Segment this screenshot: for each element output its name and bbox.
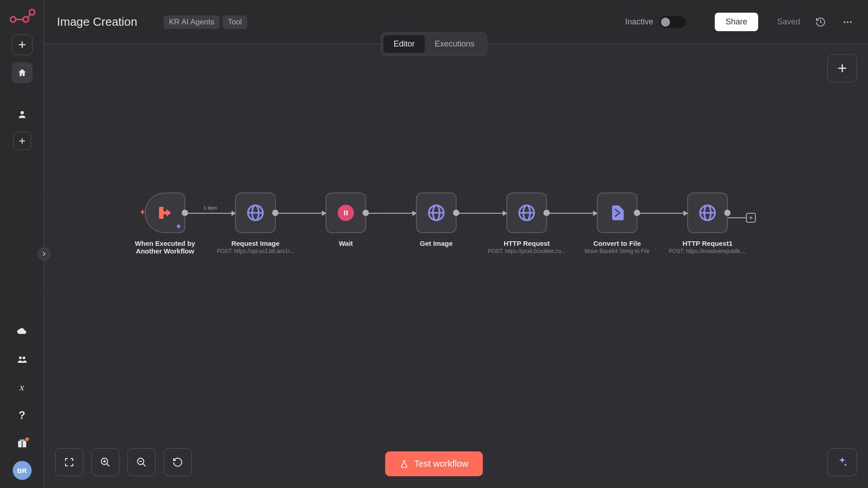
node-label: HTTP Request: [486, 239, 567, 247]
svg-point-0: [10, 17, 16, 22]
workflow-title[interactable]: Image Creation: [57, 15, 137, 29]
sidebar-add-button[interactable]: [12, 34, 33, 55]
connector[interactable]: [457, 213, 506, 214]
connector[interactable]: [185, 213, 235, 214]
saved-label: Saved: [777, 17, 800, 27]
node-wait[interactable]: Wait: [301, 192, 391, 247]
svg-line-41: [143, 464, 146, 466]
node-label: HTTP Request1: [667, 239, 748, 247]
node-http-request[interactable]: HTTP Request POST: https://prod.0codekit…: [481, 192, 572, 254]
lightning-icon: [139, 207, 146, 218]
flow-tail: [728, 213, 756, 223]
test-workflow-button[interactable]: Test workflow: [385, 451, 483, 476]
file-import-icon: [607, 203, 627, 223]
exit-arrow-icon: [156, 204, 174, 222]
output-port[interactable]: [272, 210, 278, 216]
tab-editor[interactable]: Editor: [383, 35, 425, 53]
sparkle-icon: [836, 456, 849, 469]
node-http-request1[interactable]: HTTP Request1 POST: https://kreativerepu…: [662, 192, 753, 254]
test-workflow-label: Test workflow: [414, 459, 468, 469]
globe-icon: [426, 203, 446, 223]
svg-line-37: [107, 464, 109, 466]
zoom-out-button[interactable]: [127, 448, 156, 476]
sidebar-help-button[interactable]: ?: [12, 405, 33, 426]
output-port[interactable]: [363, 210, 369, 216]
node-sub: POST: https://kreativerepublik....: [667, 248, 748, 254]
svg-point-15: [844, 21, 845, 23]
output-port[interactable]: [453, 210, 459, 216]
pause-icon: [338, 205, 354, 221]
share-button[interactable]: Share: [715, 13, 758, 31]
svg-line-4: [28, 14, 30, 18]
svg-point-16: [847, 21, 849, 23]
more-icon[interactable]: [840, 17, 855, 28]
zoom-controls: [55, 448, 192, 476]
node-label: Get Image: [396, 239, 477, 247]
app-logo[interactable]: [9, 7, 36, 25]
sidebar-home-button[interactable]: [12, 62, 33, 83]
pin-icon: [175, 223, 182, 230]
node-label: Convert to File: [576, 239, 658, 247]
reset-view-button[interactable]: [164, 448, 192, 476]
node-label: When Executed by Another Workflow: [124, 239, 206, 255]
globe-icon: [698, 203, 717, 223]
sidebar-gift-button[interactable]: [12, 433, 33, 454]
zoom-in-button[interactable]: [91, 448, 119, 476]
view-tabs: Editor Executions: [381, 33, 487, 56]
connector[interactable]: [366, 213, 416, 214]
sidebar: x ? BR: [0, 0, 44, 488]
output-port[interactable]: [182, 210, 188, 216]
svg-rect-23: [344, 211, 345, 216]
output-port[interactable]: [634, 210, 640, 216]
sidebar-users-button[interactable]: [12, 349, 33, 370]
svg-point-1: [23, 17, 28, 22]
history-icon[interactable]: [813, 17, 828, 28]
svg-point-7: [20, 111, 24, 114]
svg-point-10: [19, 357, 22, 359]
svg-point-11: [23, 357, 25, 359]
svg-point-17: [850, 21, 852, 23]
node-get-image[interactable]: Get Image: [391, 192, 481, 247]
status-label: Inactive: [625, 17, 653, 27]
tag-kr-ai-agents[interactable]: KR AI Agents: [164, 15, 220, 29]
globe-icon: [245, 203, 265, 223]
sidebar-add-small-button[interactable]: [13, 132, 31, 150]
workflow-flow: When Executed by Another Workflow 1 item…: [120, 192, 753, 255]
active-toggle[interactable]: [660, 16, 686, 28]
node-sub: POST: https://prod.0codekit.co...: [486, 248, 567, 254]
node-trigger[interactable]: When Executed by Another Workflow 1 item: [120, 192, 210, 255]
globe-icon: [517, 203, 537, 223]
sidebar-cloud-button[interactable]: [12, 321, 33, 342]
workflow-canvas[interactable]: [44, 44, 868, 488]
user-avatar[interactable]: BR: [13, 461, 32, 480]
add-connector-button[interactable]: [746, 213, 756, 223]
connector[interactable]: [276, 213, 326, 214]
node-sub: POST: https://api.us1.bfl.ai/v1/...: [215, 248, 296, 254]
node-request-image[interactable]: Request Image POST: https://api.us1.bfl.…: [210, 192, 301, 254]
node-label: Request Image: [215, 239, 296, 247]
flask-icon: [400, 460, 409, 469]
tag-tool[interactable]: Tool: [222, 15, 247, 29]
connector[interactable]: [637, 213, 687, 214]
sidebar-user-button[interactable]: [12, 104, 33, 125]
node-convert-to-file[interactable]: Convert to File Move Base64 String to Fi…: [572, 192, 662, 254]
node-sub: Move Base64 String to File: [576, 248, 658, 254]
output-port[interactable]: [724, 210, 731, 216]
output-port[interactable]: [543, 210, 550, 216]
fit-view-button[interactable]: [55, 448, 83, 476]
add-node-button[interactable]: [827, 54, 857, 82]
tab-executions[interactable]: Executions: [425, 35, 484, 53]
svg-rect-24: [346, 211, 348, 216]
node-label: Wait: [305, 239, 387, 247]
ai-sparkle-button[interactable]: [827, 448, 857, 476]
sidebar-expand-button[interactable]: [38, 248, 50, 260]
sidebar-variables-button[interactable]: x: [12, 377, 33, 398]
connector[interactable]: [547, 213, 597, 214]
